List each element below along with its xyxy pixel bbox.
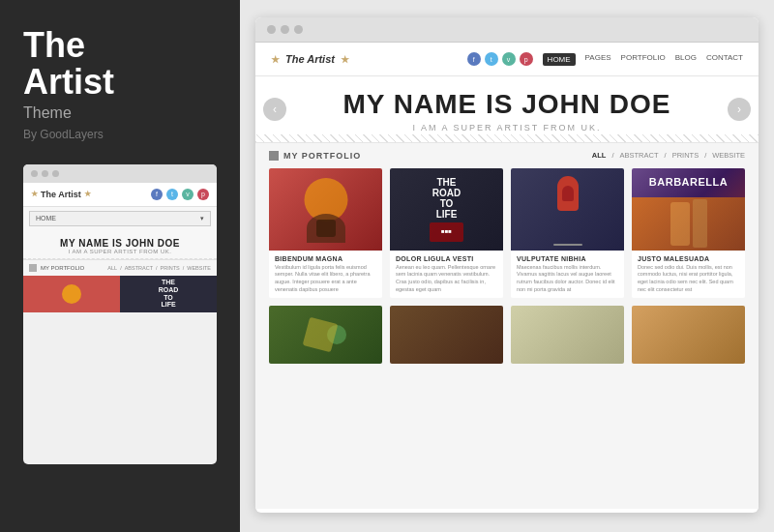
website-nav-right: f t v p HOME PAGES PORTFOLIO BLOG CONTAC…	[467, 52, 743, 66]
website-nav-left: ★ The Artist ★	[271, 53, 349, 65]
sb-hero: MY NAME IS JOHN DOE I AM A SUPER ARTIST …	[23, 230, 217, 259]
sb-hero-sub: I AM A SUPER ARTIST FROM UK.	[29, 249, 211, 254]
pi-icon: p	[197, 189, 209, 200]
portfolio-filter: ALL / ABSTRACT / PRINTS / WEBSITE	[592, 151, 745, 160]
portfolio-section: MY PORTFOLIO ALL / ABSTRACT / PRINTS / W…	[255, 143, 759, 364]
chevron-down-icon: ▾	[200, 215, 204, 222]
row2-item-3	[511, 306, 624, 364]
sb-nav-dropdown: HOME ▾	[29, 211, 211, 226]
sb-portfolio-grid: THEROADTOLIFE	[23, 276, 217, 312]
title-line1: The	[23, 25, 85, 65]
dot-1	[31, 170, 38, 177]
sb-portfolio-bar: MY PORTFOLIO ALL / ABSTRACT / PRINTS / W…	[23, 259, 217, 276]
filter-prints: PRINTS	[161, 265, 180, 271]
portfolio-grid-row2	[269, 306, 745, 364]
portfolio-icon	[269, 151, 279, 161]
row2-item-1	[269, 306, 382, 364]
filter-all: ALL	[107, 265, 117, 271]
nav-contact[interactable]: CONTACT	[706, 53, 743, 66]
sb-nav-home: HOME	[36, 215, 56, 222]
portfolio-item-3-content: VULPUTATE NIBHIA Maecenas faucibus molli…	[511, 251, 624, 298]
hero-divider	[255, 134, 759, 142]
sidebar-browser-bar	[23, 164, 217, 183]
portfolio-thumb-4: BARBARELLA	[632, 168, 745, 251]
sb-grid-item-1	[23, 276, 120, 312]
sb-title-text: The Artist	[41, 190, 81, 199]
filter-website: WEBSITE	[187, 265, 211, 271]
filter-all-link[interactable]: ALL	[592, 151, 607, 160]
website-content: ★ The Artist ★ f t v p HOME PAGES PORTFO…	[255, 43, 759, 509]
portfolio-item-2: THEROADTOLIFE ■■■ DOLOR LIGULA VESTI Aen…	[390, 168, 503, 298]
filter-prints-link[interactable]: PRINTS	[672, 151, 700, 160]
portfolio-item-1-content: BIBENDUM MAGNA Vestibulum id ligula port…	[269, 251, 382, 298]
portfolio-item-2-content: DOLOR LIGULA VESTI Aenean eu leo quam. P…	[390, 251, 503, 298]
portfolio-item-4: BARBARELLA JUSTO MALESUADA Donec sed odi…	[632, 168, 745, 298]
portfolio-thumb-1	[269, 168, 382, 251]
hero-next-arrow[interactable]: ›	[728, 98, 751, 121]
main-area: ★ The Artist ★ f t v p HOME PAGES PORTFO…	[240, 0, 774, 532]
website-nav-title: The Artist	[285, 53, 335, 65]
nav-portfolio[interactable]: PORTFOLIO	[621, 53, 666, 66]
nav-links: HOME PAGES PORTFOLIO BLOG CONTACT	[543, 53, 743, 66]
tw-icon: t	[166, 189, 178, 200]
thumb-2-overlay: THEROADTOLIFE ■■■	[390, 168, 503, 251]
sb-grid-item-2: THEROADTOLIFE	[120, 276, 217, 312]
filter-website-link[interactable]: WEBSITE	[712, 151, 745, 160]
portfolio-item-4-content: JUSTO MALESUADA Donec sed odio dui. Duis…	[632, 251, 745, 298]
item-2-title: DOLOR LIGULA VESTI	[396, 255, 497, 262]
vm-icon: v	[182, 189, 194, 200]
row2-item-4	[632, 306, 745, 364]
sidebar-browser-mockup: ★ The Artist ★ f t v p HOME ▾ MY NAME IS…	[23, 164, 217, 464]
browser-dot-2	[281, 25, 289, 34]
nav-pages[interactable]: PAGES	[585, 53, 611, 66]
item-4-title: JUSTO MALESUADA	[638, 255, 739, 262]
portfolio-item-1: BIBENDUM MAGNA Vestibulum id ligula port…	[269, 168, 382, 298]
filter-abstract-link[interactable]: ABSTRACT	[620, 151, 659, 160]
filter-sep-1: /	[611, 151, 613, 160]
item-3-text: Maecenas faucibus mollis interdum. Vivam…	[517, 264, 618, 294]
portfolio-thumb-2: THEROADTOLIFE ■■■	[390, 168, 503, 251]
nav-pi-icon: p	[520, 52, 533, 66]
filter-abstract: ABSTRACT	[125, 265, 153, 271]
nav-blog[interactable]: BLOG	[675, 53, 697, 66]
sb-hero-title: MY NAME IS JOHN DOE	[29, 238, 211, 249]
item-3-title: VULPUTATE NIBHIA	[517, 255, 618, 262]
portfolio-grid: BIBENDUM MAGNA Vestibulum id ligula port…	[269, 168, 745, 298]
nav-star-left: ★	[271, 54, 280, 65]
fb-icon: f	[151, 189, 163, 200]
item-4-text: Donec sed odio dui. Duis mollis, est non…	[638, 264, 739, 294]
nav-home[interactable]: HOME	[543, 53, 576, 66]
item-2-text: Aenean eu leo quam. Pellentesque ornare …	[396, 264, 497, 294]
barbarella-text: BARBARELLA	[649, 176, 728, 188]
browser-top-bar	[255, 17, 759, 43]
browser-dot-1	[267, 25, 276, 34]
filter-sep-2: /	[665, 151, 667, 160]
star-left-icon: ★	[31, 190, 38, 198]
nav-social: f t v p	[467, 52, 533, 66]
sidebar-browser-content: ★ The Artist ★ f t v p HOME ▾ MY NAME IS…	[23, 183, 217, 312]
sb-inner-title: ★ The Artist ★	[31, 190, 91, 199]
item-1-title: BIBENDUM MAGNA	[275, 255, 376, 262]
hero-prev-arrow[interactable]: ‹	[263, 98, 286, 121]
sb-social-icons: f t v p	[151, 189, 209, 200]
sidebar-subtitle: Theme	[23, 104, 217, 122]
sidebar: The Artist Theme By GoodLayers ★ The Art…	[0, 0, 240, 532]
portfolio-header: MY PORTFOLIO ALL / ABSTRACT / PRINTS / W…	[269, 151, 745, 161]
filter-sep-3: /	[704, 151, 706, 160]
browser-dot-3	[294, 25, 303, 34]
title-line2: Artist	[23, 62, 114, 102]
dot-2	[42, 170, 48, 177]
portfolio-item-3: VULPUTATE NIBHIA Maecenas faucibus molli…	[511, 168, 624, 298]
nav-fb-icon: f	[467, 52, 481, 66]
nav-star-right: ★	[341, 54, 349, 65]
dot-3	[52, 170, 59, 177]
portfolio-icon	[29, 264, 37, 272]
item-1-text: Vestibulum id ligula porta felis euismod…	[275, 264, 376, 294]
star-right-icon: ★	[84, 190, 91, 198]
sidebar-by: By GoodLayers	[23, 128, 217, 141]
nav-vm-icon: v	[502, 52, 516, 66]
hero-section: ‹ MY NAME IS JOHN DOE I AM A SUPER ARTIS…	[255, 76, 759, 143]
hero-sub: I AM A SUPER ARTIST FROM UK.	[275, 123, 739, 133]
portfolio-thumb-3	[511, 168, 624, 251]
browser-window: ★ The Artist ★ f t v p HOME PAGES PORTFO…	[255, 17, 759, 513]
